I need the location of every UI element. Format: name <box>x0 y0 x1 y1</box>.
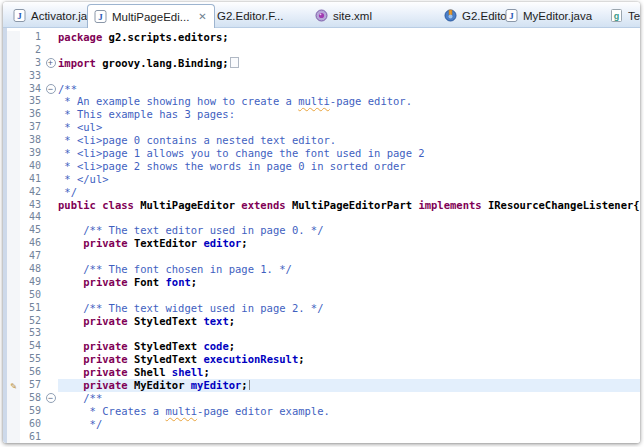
fold-expand-icon[interactable]: + <box>46 58 56 68</box>
code-line[interactable]: * An example showing how to create a mul… <box>58 95 640 108</box>
fold-ruler-cell <box>43 353 58 366</box>
code-line[interactable]: package g2.scripts.editors; <box>58 31 640 44</box>
fold-ruler-cell <box>43 276 58 289</box>
code-line[interactable] <box>58 289 640 302</box>
code-line[interactable]: */ <box>58 418 640 431</box>
fold-collapse-icon[interactable]: − <box>46 84 56 94</box>
code-token <box>58 366 83 378</box>
code-line[interactable]: private StyledText code; <box>58 340 640 353</box>
annotation-ruler-cell <box>7 95 20 108</box>
field-token: executionResult <box>203 353 298 365</box>
code-line[interactable] <box>58 250 640 263</box>
code-line[interactable] <box>58 211 640 224</box>
field-token: editor <box>203 237 241 249</box>
code-line[interactable]: /** The font chosen in page 1. */ <box>58 263 640 276</box>
code-line[interactable] <box>58 431 640 443</box>
code-row-41: 41 * </ul> <box>7 173 640 186</box>
annotation-ruler-cell <box>7 186 20 199</box>
code-row-39: 39 * <li>page 1 allows you to change the… <box>7 147 640 160</box>
code-line[interactable] <box>58 70 640 83</box>
code-line[interactable] <box>58 327 640 340</box>
annotation-ruler-cell <box>7 211 20 224</box>
annotation-ruler-cell <box>7 121 20 134</box>
code-token <box>58 340 83 352</box>
code-line[interactable]: public class MultiPageEditor extends Mul… <box>58 199 640 212</box>
fold-collapse-icon[interactable]: − <box>46 393 56 403</box>
code-row-60: 60 */ <box>7 418 640 431</box>
code-row-43: 43public class MultiPageEditor extends M… <box>7 199 640 212</box>
line-number: 54 <box>20 340 43 353</box>
comment-token: /** <box>58 83 77 95</box>
code-line[interactable]: private Font font; <box>58 276 640 289</box>
code-token <box>58 379 83 391</box>
comment-token: * <li>page 1 allows you to change the fo… <box>58 147 425 159</box>
code-line[interactable]: private MyEditor myEditor; <box>58 379 640 392</box>
code-line[interactable]: import groovy.lang.Binding; <box>58 57 640 70</box>
annotation-ruler-cell <box>7 263 20 276</box>
code-line[interactable]: private StyledText executionResult; <box>58 353 640 366</box>
fold-ruler-cell: + <box>43 57 58 70</box>
field-token: code <box>203 340 228 352</box>
java-file-icon: J <box>13 9 26 22</box>
code-editor[interactable]: 1package g2.scripts.editors;23+import gr… <box>3 28 640 443</box>
tab-myeditor-java[interactable]: JMyEditor.java <box>505 6 592 25</box>
code-line[interactable]: * Creates a multi-page editor example. <box>58 405 640 418</box>
code-line[interactable]: private Shell shell; <box>58 366 640 379</box>
pencil-icon[interactable]: ✎ <box>10 380 16 391</box>
line-number: 3 <box>20 57 43 70</box>
code-line[interactable]: /** <box>58 83 640 96</box>
comment-token: /** The font chosen in page 1. */ <box>58 263 292 275</box>
code-line[interactable]: /** The text editor used in page 0. */ <box>58 224 640 237</box>
line-number: 60 <box>20 418 43 431</box>
comment-token: -page editor. <box>330 95 412 107</box>
line-number: 43 <box>20 199 43 212</box>
line-number: 42 <box>20 186 43 199</box>
code-line[interactable]: * <li>page 1 allows you to change the fo… <box>58 147 640 160</box>
comment-token: */ <box>58 186 77 198</box>
fold-ruler-cell <box>43 263 58 276</box>
code-line[interactable]: * <li>page 0 contains a nested text edit… <box>58 134 640 147</box>
tab-multipageedi[interactable]: JMultiPageEdi...✕ <box>87 4 215 28</box>
code-token: MultiPageEditor <box>134 199 241 211</box>
code-token <box>58 276 83 288</box>
code-row-61: 61 <box>7 431 640 443</box>
tab-g2-editor[interactable]: G2.Editor <box>444 6 511 25</box>
keyword-token: private <box>83 366 127 378</box>
code-row-54: 54 private StyledText code; <box>7 340 640 353</box>
keyword-token: private <box>83 379 127 391</box>
code-line[interactable]: * <ul> <box>58 121 640 134</box>
comment-token: -page editor example. <box>197 405 330 417</box>
code-line[interactable]: * <li>page 2 shows the words in page 0 i… <box>58 160 640 173</box>
code-row-44: 44 <box>7 211 640 224</box>
tab-test[interactable]: gTest <box>610 6 640 25</box>
code-row-47: 47 <box>7 250 640 263</box>
annotation-ruler-cell <box>7 315 20 328</box>
code-token: Font <box>128 276 166 288</box>
code-token: MultiPageEditorPart <box>286 199 419 211</box>
code-line[interactable]: /** <box>58 392 640 405</box>
code-token: IResourceChangeListener{ <box>482 199 640 211</box>
fold-ruler-cell <box>43 134 58 147</box>
code-row-59: 59 * Creates a multi-page editor example… <box>7 405 640 418</box>
close-icon[interactable]: ✕ <box>197 11 207 22</box>
keyword-token: public <box>58 199 96 211</box>
java-file-icon: J <box>94 10 107 23</box>
fold-ruler-cell <box>43 147 58 160</box>
code-line[interactable]: /** The text widget used in page 2. */ <box>58 302 640 315</box>
comment-token: * <ul> <box>58 121 102 133</box>
fold-ruler-cell: − <box>43 83 58 96</box>
tab-label: site.xml <box>333 10 372 22</box>
svg-text:J: J <box>17 11 22 21</box>
line-number: 59 <box>20 405 43 418</box>
fold-ruler-cell <box>43 160 58 173</box>
tab-site-xml[interactable]: site.xml <box>315 6 372 25</box>
code-line[interactable] <box>58 44 640 57</box>
code-line[interactable]: private TextEditor editor; <box>58 237 640 250</box>
code-line[interactable]: private StyledText text; <box>58 315 640 328</box>
code-line[interactable]: */ <box>58 186 640 199</box>
collapsed-region-box[interactable] <box>230 57 239 68</box>
line-number: 52 <box>20 315 43 328</box>
code-line[interactable]: * This example has 3 pages: <box>58 108 640 121</box>
fold-ruler-cell <box>43 418 58 431</box>
code-line[interactable]: * </ul> <box>58 173 640 186</box>
